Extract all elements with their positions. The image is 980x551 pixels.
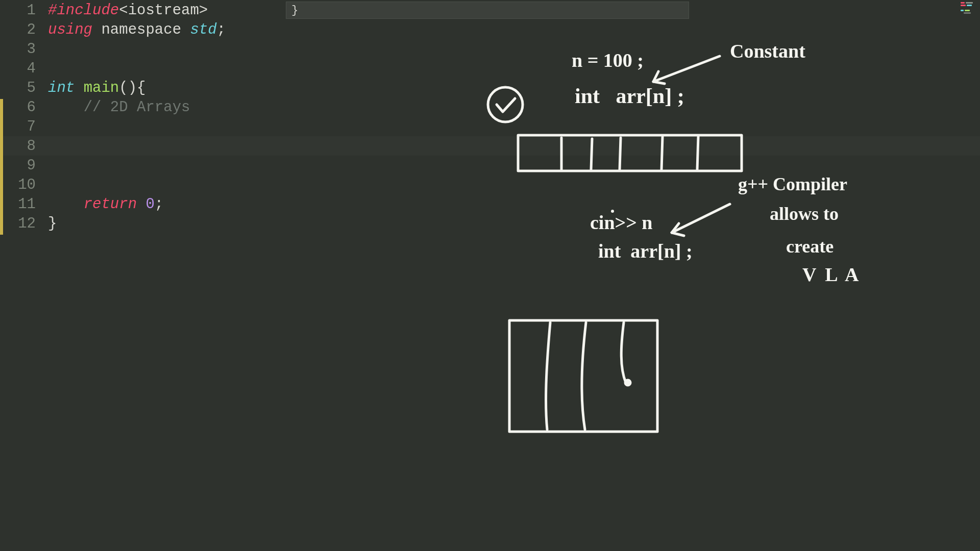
- annot-int-arr-1: int arr[n] ;: [575, 84, 684, 108]
- line-number: 5: [0, 80, 36, 96]
- annot-constant: Constant: [730, 40, 805, 62]
- code-line[interactable]: return 0;: [48, 196, 163, 213]
- line-number: 1: [0, 2, 36, 19]
- annot-gpp-4: V L A: [802, 263, 861, 286]
- line-number: 12: [0, 215, 36, 232]
- current-line-highlight: [0, 136, 980, 156]
- annot-gpp-2: allows to: [770, 203, 839, 224]
- annot-n-eq: n = 100 ;: [572, 49, 644, 71]
- line-number: 7: [0, 118, 36, 135]
- annot-int-arr-2: int arr[n] ;: [598, 240, 693, 262]
- autocomplete-text: }: [291, 4, 298, 17]
- line-number: 8: [0, 138, 36, 155]
- code-line[interactable]: #include<iostream>: [48, 2, 208, 19]
- line-number: 6: [0, 99, 36, 116]
- code-line[interactable]: }: [48, 215, 57, 232]
- annot-cin-n: cin>> n: [590, 211, 653, 234]
- autocomplete-popup[interactable]: }: [286, 2, 689, 19]
- annot-gpp-1: g++ Compiler: [738, 173, 847, 195]
- line-number: 9: [0, 157, 36, 174]
- line-number: 4: [0, 60, 36, 77]
- annot-gpp-3: create: [786, 236, 834, 257]
- minimap[interactable]: [961, 2, 977, 17]
- code-line[interactable]: // 2D Arrays: [48, 99, 190, 116]
- line-number: 11: [0, 196, 36, 213]
- line-number-gutter: 123456789101112: [0, 0, 44, 551]
- code-line[interactable]: using namespace std;: [48, 21, 226, 38]
- code-line[interactable]: int main(){: [48, 80, 145, 96]
- line-number: 10: [0, 177, 36, 193]
- line-number: 2: [0, 21, 36, 38]
- line-number: 3: [0, 41, 36, 58]
